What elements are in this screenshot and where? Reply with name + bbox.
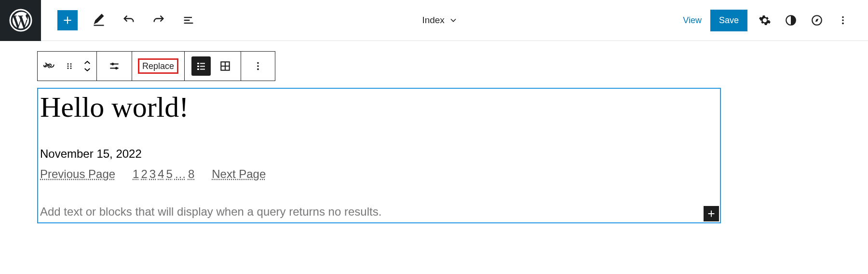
svg-point-4 <box>842 19 844 21</box>
pagination: Previous Page 1 2 3 4 5 … 8 Next Page <box>40 167 720 181</box>
plus-icon <box>61 14 74 27</box>
chevron-up-icon[interactable] <box>83 60 91 65</box>
page-number[interactable]: 5 <box>166 167 173 181</box>
move-buttons <box>78 52 96 81</box>
plus-icon <box>706 208 717 219</box>
query-loop-icon <box>43 60 55 72</box>
svg-rect-18 <box>197 68 199 70</box>
svg-point-12 <box>111 63 114 65</box>
save-button[interactable]: Save <box>710 10 747 31</box>
document-overview-button[interactable] <box>180 12 197 29</box>
pencil-icon <box>92 14 106 27</box>
svg-point-3 <box>842 16 844 18</box>
half-circle-icon <box>785 14 797 27</box>
editor-top-bar: Index View Save <box>0 0 868 41</box>
svg-point-8 <box>68 66 69 67</box>
svg-point-10 <box>68 68 69 69</box>
grid-layout-icon <box>219 60 231 72</box>
page-number[interactable]: 2 <box>141 167 147 181</box>
styles-button[interactable] <box>782 12 800 29</box>
block-inserter-button[interactable] <box>57 10 78 30</box>
edit-tool-button[interactable] <box>90 12 108 29</box>
wordpress-icon <box>9 9 32 32</box>
page-ellipsis: … <box>175 167 186 181</box>
display-settings-button[interactable] <box>97 52 132 81</box>
view-link[interactable]: View <box>683 15 702 26</box>
svg-rect-14 <box>197 63 199 64</box>
pagination-numbers: 1 2 3 4 5 … 8 <box>133 167 194 181</box>
kebab-icon <box>253 61 263 71</box>
page-number[interactable]: 4 <box>158 167 164 181</box>
drag-handle[interactable] <box>61 52 78 81</box>
compass-icon <box>811 14 823 27</box>
pagination-next[interactable]: Next Page <box>212 167 266 181</box>
drag-icon <box>65 62 74 70</box>
svg-point-5 <box>842 23 844 25</box>
document-title: Index <box>422 15 444 26</box>
list-icon <box>182 14 195 27</box>
layout-list-button[interactable] <box>191 56 211 76</box>
redo-button[interactable] <box>150 12 167 29</box>
page-number[interactable]: 1 <box>133 167 139 181</box>
svg-rect-15 <box>200 63 205 64</box>
svg-point-9 <box>70 66 72 67</box>
post-title[interactable]: Hello world! <box>40 91 720 124</box>
more-options-button[interactable] <box>834 12 852 29</box>
svg-point-23 <box>257 68 259 70</box>
block-toolbar: Replace <box>37 51 275 81</box>
page-number[interactable]: 3 <box>149 167 156 181</box>
list-layout-icon <box>195 60 207 72</box>
layout-grid-button[interactable] <box>214 52 237 81</box>
svg-point-13 <box>115 67 118 69</box>
undo-icon <box>122 14 136 27</box>
gear-icon <box>759 14 771 27</box>
sliders-icon <box>108 60 121 72</box>
replace-label: Replace <box>138 58 178 74</box>
svg-rect-16 <box>197 66 199 67</box>
svg-point-7 <box>70 63 72 65</box>
pagination-prev[interactable]: Previous Page <box>40 167 115 181</box>
svg-point-6 <box>68 63 69 65</box>
query-loop-block[interactable]: Hello world! November 15, 2022 Previous … <box>37 88 721 223</box>
svg-point-11 <box>70 68 72 69</box>
redo-icon <box>152 14 165 27</box>
block-more-options[interactable] <box>241 52 275 81</box>
block-type-button[interactable] <box>38 52 61 81</box>
replace-button[interactable]: Replace <box>132 61 184 71</box>
topbar-left-tools <box>41 10 197 30</box>
chevron-down-icon <box>448 15 458 25</box>
svg-point-22 <box>257 65 259 67</box>
add-block-inline-button[interactable] <box>704 206 719 221</box>
settings-button[interactable] <box>756 12 773 29</box>
wordpress-logo[interactable] <box>0 0 41 41</box>
svg-point-21 <box>257 62 259 64</box>
navigation-button[interactable] <box>808 12 826 29</box>
document-title-dropdown[interactable]: Index <box>197 15 683 26</box>
post-date[interactable]: November 15, 2022 <box>40 147 720 161</box>
chevron-down-icon[interactable] <box>83 67 91 72</box>
topbar-right-tools: View Save <box>683 10 868 31</box>
page-number[interactable]: 8 <box>188 167 194 181</box>
kebab-icon <box>838 15 848 26</box>
no-results-placeholder[interactable]: Add text or blocks that will display whe… <box>40 205 720 219</box>
undo-button[interactable] <box>120 12 137 29</box>
svg-rect-17 <box>200 66 205 67</box>
svg-rect-19 <box>200 69 205 70</box>
